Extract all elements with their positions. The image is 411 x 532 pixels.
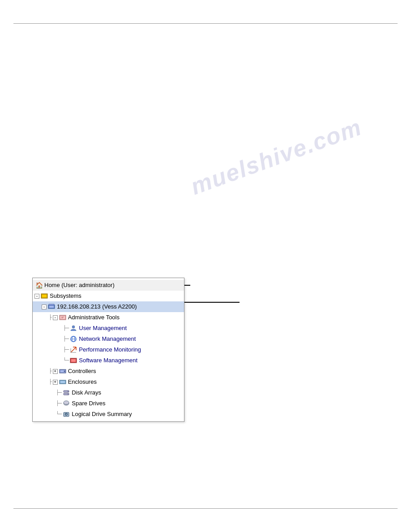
- tree-row-performance[interactable]: ├─ Performance Monitoring: [33, 344, 184, 355]
- spare-drives-label: Spare Drives: [72, 399, 105, 408]
- performance-icon: [70, 346, 77, 353]
- disk-arrays-icon: [63, 389, 70, 396]
- arrow-ip-line: [177, 302, 240, 303]
- controllers-connector: ├: [49, 367, 52, 376]
- tree-row-logical-drive[interactable]: └─ Logical Drive Summary: [33, 409, 184, 420]
- svg-rect-24: [60, 381, 65, 383]
- tree-row-admin-tools[interactable]: ├ - Administrative Tools: [33, 312, 184, 323]
- logical-drive-connector: └─: [56, 410, 62, 419]
- home-label: Home (User: administrator): [44, 281, 115, 290]
- disk-arrays-connector: ├─: [56, 388, 62, 397]
- svg-rect-1: [42, 295, 47, 297]
- subsystems-label: Subsystems: [50, 292, 81, 300]
- bottom-divider: [13, 508, 398, 509]
- home-icon: 🏠: [35, 282, 43, 289]
- tree-panel: 🏠 Home (User: administrator) - Subsystem…: [32, 278, 184, 422]
- software-connector: └─: [63, 356, 69, 365]
- spare-drives-connector: ├─: [56, 399, 62, 408]
- subsystems-expand[interactable]: -: [34, 294, 39, 299]
- svg-rect-6: [60, 316, 65, 319]
- software-label: Software Management: [79, 356, 137, 365]
- watermark: muelshive.com: [187, 113, 365, 200]
- admin-expand[interactable]: -: [53, 315, 58, 320]
- spare-drives-icon: [63, 400, 70, 407]
- tree-row-subsystems[interactable]: - Subsystems: [33, 291, 184, 301]
- user-mgmt-label: User Management: [79, 324, 127, 333]
- tree-row-ip[interactable]: - 192.168.208.213 (Vess A2200): [33, 301, 184, 312]
- svg-point-33: [66, 414, 67, 415]
- ip-icon: [48, 303, 55, 310]
- tree-row-user-mgmt[interactable]: ├─ User Management: [33, 323, 184, 334]
- subsystems-icon: [41, 292, 48, 300]
- performance-label: Performance Monitoring: [79, 345, 141, 354]
- enclosures-expand[interactable]: +: [53, 380, 58, 385]
- enclosures-icon: [59, 378, 66, 386]
- admin-tools-icon: [59, 314, 66, 321]
- svg-rect-4: [49, 304, 54, 305]
- user-connector: ├─: [63, 324, 69, 333]
- software-icon: [70, 357, 77, 364]
- svg-rect-3: [49, 306, 54, 308]
- tree-row-network-mgmt[interactable]: ├─ Network Management: [33, 334, 184, 344]
- controllers-expand[interactable]: +: [53, 369, 58, 374]
- logical-drive-icon: [63, 411, 70, 418]
- network-mgmt-label: Network Management: [79, 335, 136, 343]
- tree-row-controllers[interactable]: ├ + Controllers: [33, 366, 184, 377]
- user-mgmt-icon: [70, 325, 77, 332]
- enclosures-label: Enclosures: [68, 378, 97, 386]
- ip-expand[interactable]: -: [42, 305, 47, 309]
- svg-point-9: [72, 326, 75, 328]
- svg-rect-19: [71, 359, 76, 362]
- svg-point-30: [64, 401, 69, 404]
- tree-row-home[interactable]: 🏠 Home (User: administrator): [33, 280, 184, 291]
- disk-arrays-label: Disk Arrays: [72, 388, 101, 397]
- logical-drive-label: Logical Drive Summary: [72, 410, 132, 419]
- top-divider: [13, 23, 398, 24]
- admin-connector: ├: [49, 313, 52, 322]
- tree-row-spare-drives[interactable]: ├─ Spare Drives: [33, 398, 184, 409]
- admin-tools-label: Administrative Tools: [68, 313, 120, 322]
- ip-label: 192.168.208.213 (Vess A2200): [57, 302, 137, 311]
- svg-line-13: [71, 347, 76, 352]
- network-connector: ├─: [63, 335, 69, 343]
- controllers-icon: [59, 368, 66, 375]
- tree-row-software[interactable]: └─ Software Management: [33, 355, 184, 366]
- network-mgmt-icon: [70, 335, 77, 343]
- svg-point-28: [68, 394, 68, 395]
- svg-point-27: [68, 391, 68, 392]
- tree-row-enclosures[interactable]: ├ + Enclosures: [33, 377, 184, 387]
- performance-connector: ├─: [63, 345, 69, 354]
- tree-row-disk-arrays[interactable]: ├─ Disk Arrays: [33, 387, 184, 398]
- controllers-label: Controllers: [68, 367, 96, 376]
- enclosures-connector: ├: [49, 378, 52, 386]
- svg-point-22: [64, 371, 65, 372]
